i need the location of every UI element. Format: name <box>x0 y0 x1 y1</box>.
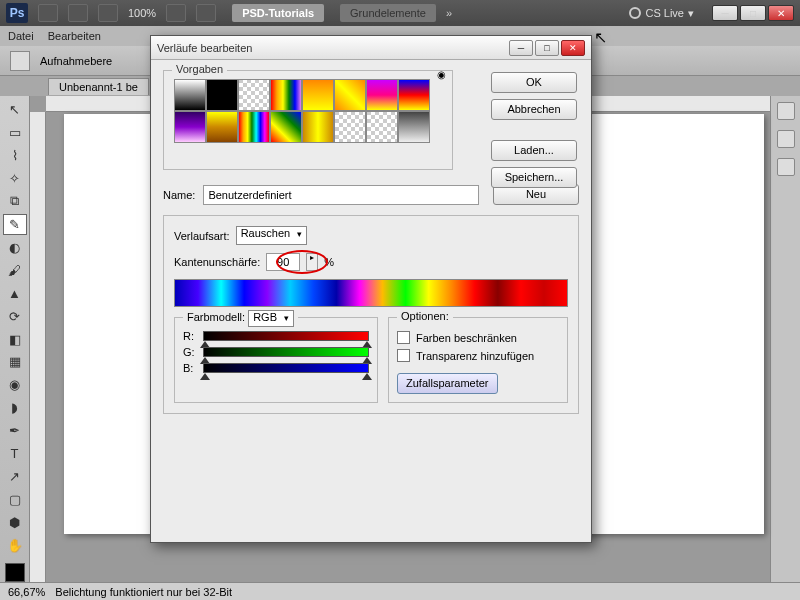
gradient-tool[interactable]: ▦ <box>3 351 27 372</box>
g-slider[interactable]: G: <box>183 346 369 358</box>
type-tool[interactable]: T <box>3 443 27 464</box>
document-tab[interactable]: Unbenannt-1 be <box>48 78 149 95</box>
crop-tool[interactable]: ⧉ <box>3 191 27 212</box>
ruler-vertical <box>30 112 46 582</box>
layers-panel-icon[interactable] <box>777 102 795 120</box>
gradient-type-label: Verlaufsart: <box>174 230 230 242</box>
heal-tool[interactable]: ◐ <box>3 237 27 258</box>
tools-panel: ↖ ▭ ⌇ ✧ ⧉ ✎ ◐ 🖌 ▲ ⟳ ◧ ▦ ◉ ◗ ✒ T ↗ ▢ ⬢ ✋ <box>0 96 30 582</box>
workspace-tab-grundelemente[interactable]: Grundelemente <box>340 4 436 22</box>
dialog-maximize-button[interactable]: □ <box>535 40 559 56</box>
save-button[interactable]: Speichern... <box>491 167 577 188</box>
zoom-level[interactable]: 100% <box>128 7 156 19</box>
sample-size-label: Aufnahmebere <box>40 55 112 67</box>
roughness-spinner[interactable]: ▸ <box>306 253 318 271</box>
stamp-tool[interactable]: ▲ <box>3 283 27 304</box>
colormodel-select[interactable]: RGB <box>248 310 294 327</box>
preset-swatch[interactable] <box>366 111 398 143</box>
colormodel-label: Farbmodell: <box>187 311 245 323</box>
workspace-tab-tutorials[interactable]: PSD-Tutorials <box>232 4 324 22</box>
preset-swatch[interactable] <box>174 111 206 143</box>
gradient-editor-dialog: Verläufe bearbeiten ─ □ ✕ Vorgaben ◉ <box>150 35 592 543</box>
bridge-icon[interactable] <box>38 4 58 22</box>
preset-swatch[interactable] <box>174 79 206 111</box>
maximize-button[interactable]: □ <box>740 5 766 21</box>
preset-swatch[interactable] <box>206 79 238 111</box>
dodge-tool[interactable]: ◗ <box>3 397 27 418</box>
move-tool[interactable]: ↖ <box>3 99 27 120</box>
dialog-title: Verläufe bearbeiten <box>157 42 507 54</box>
name-label: Name: <box>163 189 195 201</box>
hand-tool[interactable]: ✋ <box>3 535 27 556</box>
extras-icon[interactable] <box>196 4 216 22</box>
gradient-preview <box>174 279 568 307</box>
arrange-icon[interactable] <box>98 4 118 22</box>
wand-tool[interactable]: ✧ <box>3 168 27 189</box>
history-brush-tool[interactable]: ⟳ <box>3 306 27 327</box>
presets-label: Vorgaben <box>172 63 227 75</box>
marquee-tool[interactable]: ▭ <box>3 122 27 143</box>
app-header: Ps 100% PSD-Tutorials Grundelemente » CS… <box>0 0 800 26</box>
load-button[interactable]: Laden... <box>491 140 577 161</box>
roughness-label: Kantenunschärfe: <box>174 256 260 268</box>
preset-swatch[interactable] <box>238 79 270 111</box>
preset-swatch[interactable] <box>238 111 270 143</box>
status-message: Belichtung funktioniert nur bei 32-Bit <box>55 586 232 598</box>
preset-swatch[interactable] <box>398 79 430 111</box>
status-bar: 66,67% Belichtung funktioniert nur bei 3… <box>0 582 800 600</box>
preset-swatch[interactable] <box>398 111 430 143</box>
preset-swatch[interactable] <box>366 79 398 111</box>
dialog-close-button[interactable]: ✕ <box>561 40 585 56</box>
options-label: Optionen: <box>397 310 453 322</box>
channels-panel-icon[interactable] <box>777 130 795 148</box>
roughness-unit: % <box>324 256 334 268</box>
screen-mode-icon[interactable] <box>166 4 186 22</box>
randomize-button[interactable]: Zufallsparameter <box>397 373 498 394</box>
cslive-menu[interactable]: CS Live▾ <box>629 7 694 20</box>
presets-menu-icon[interactable]: ◉ <box>437 69 446 80</box>
eyedropper-tool[interactable]: ✎ <box>3 214 27 235</box>
preset-swatch[interactable] <box>206 111 238 143</box>
minimize-button[interactable]: ─ <box>712 5 738 21</box>
status-zoom[interactable]: 66,67% <box>8 586 45 598</box>
add-transparency-checkbox[interactable]: Transparenz hinzufügen <box>397 349 559 362</box>
close-button[interactable]: ✕ <box>768 5 794 21</box>
app-logo: Ps <box>6 3 28 23</box>
preset-swatch[interactable] <box>302 79 334 111</box>
menu-edit[interactable]: Bearbeiten <box>48 30 101 42</box>
restrict-colors-checkbox[interactable]: Farben beschränken <box>397 331 559 344</box>
b-slider[interactable]: B: <box>183 362 369 374</box>
r-slider[interactable]: R: <box>183 330 369 342</box>
foreground-swatch[interactable] <box>5 563 25 582</box>
preset-swatch[interactable] <box>270 111 302 143</box>
minibridge-icon[interactable] <box>68 4 88 22</box>
paths-panel-icon[interactable] <box>777 158 795 176</box>
menu-file[interactable]: Datei <box>8 30 34 42</box>
roughness-input[interactable] <box>266 253 300 271</box>
right-panel-dock <box>770 96 800 582</box>
3d-tool[interactable]: ⬢ <box>3 512 27 533</box>
preset-swatch[interactable] <box>302 111 334 143</box>
eraser-tool[interactable]: ◧ <box>3 329 27 350</box>
gradient-type-select[interactable]: Rauschen <box>236 226 308 245</box>
presets-grid <box>174 79 442 143</box>
dialog-minimize-button[interactable]: ─ <box>509 40 533 56</box>
path-tool[interactable]: ↗ <box>3 466 27 487</box>
preset-swatch[interactable] <box>334 111 366 143</box>
dialog-titlebar[interactable]: Verläufe bearbeiten ─ □ ✕ <box>151 36 591 60</box>
lasso-tool[interactable]: ⌇ <box>3 145 27 166</box>
shape-tool[interactable]: ▢ <box>3 489 27 510</box>
tool-preset-icon[interactable] <box>10 51 30 71</box>
preset-swatch[interactable] <box>334 79 366 111</box>
blur-tool[interactable]: ◉ <box>3 374 27 395</box>
ok-button[interactable]: OK <box>491 72 577 93</box>
name-input[interactable] <box>203 185 479 205</box>
brush-tool[interactable]: 🖌 <box>3 260 27 281</box>
preset-swatch[interactable] <box>270 79 302 111</box>
pen-tool[interactable]: ✒ <box>3 420 27 441</box>
cancel-button[interactable]: Abbrechen <box>491 99 577 120</box>
